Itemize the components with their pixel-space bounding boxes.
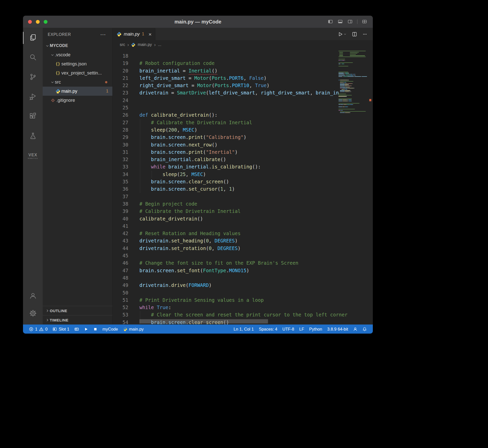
code-line[interactable]: 50 xyxy=(113,289,373,296)
activity-vex-button[interactable]: VEX ROBOTICS xyxy=(23,146,43,166)
line-number[interactable]: 18 xyxy=(113,52,139,60)
line-number[interactable]: 34 xyxy=(113,171,139,178)
code-line[interactable]: 49drivetrain.drive(FORWARD) xyxy=(113,282,373,289)
status-stop[interactable] xyxy=(91,325,100,334)
status-eol[interactable]: LF xyxy=(297,325,307,334)
tree-item-src[interactable]: src xyxy=(43,78,112,87)
toggle-primary-sidebar-icon[interactable] xyxy=(328,19,333,24)
line-number[interactable]: 54 xyxy=(113,319,139,325)
line-number[interactable]: 45 xyxy=(113,252,139,259)
code-area[interactable]: 1819# Robot configuration code20brain_in… xyxy=(113,49,373,325)
line-number[interactable]: 36 xyxy=(113,185,139,193)
tree-item-vex-project-settin[interactable]: {}vex_project_settin... xyxy=(43,68,112,78)
line-number[interactable]: 27 xyxy=(113,119,139,126)
status-notifications[interactable] xyxy=(360,325,369,334)
customize-layout-icon[interactable] xyxy=(362,19,367,24)
code-line[interactable]: 25 xyxy=(113,104,373,111)
line-number[interactable]: 50 xyxy=(113,289,139,296)
line-number[interactable]: 52 xyxy=(113,304,139,311)
line-number[interactable]: 21 xyxy=(113,74,139,82)
tab-close-button[interactable]: × xyxy=(149,32,152,37)
line-number[interactable]: 33 xyxy=(113,163,139,170)
more-actions-icon[interactable] xyxy=(362,32,367,37)
line-number[interactable]: 35 xyxy=(113,178,139,185)
line-number[interactable]: 41 xyxy=(113,222,139,230)
status-run[interactable] xyxy=(81,325,91,334)
code-line[interactable]: 30 brain.screen.next_row() xyxy=(113,141,373,148)
activity-extensions-button[interactable] xyxy=(23,107,43,127)
line-number[interactable]: 28 xyxy=(113,126,139,134)
line-number[interactable]: 24 xyxy=(113,97,139,104)
toggle-secondary-sidebar-icon[interactable] xyxy=(347,19,353,24)
tree-item-settings-json[interactable]: {}settings.json xyxy=(43,59,112,68)
code-line[interactable]: 45 xyxy=(113,252,373,259)
code-line[interactable]: 43drivetrain.set_heading(0, DEGREES) xyxy=(113,237,373,244)
breadcrumb-item[interactable]: main.py xyxy=(138,42,152,47)
status-feedback[interactable] xyxy=(351,325,360,334)
line-number[interactable]: 20 xyxy=(113,67,139,74)
line-number[interactable]: 25 xyxy=(113,104,139,111)
code-line[interactable]: 44drivetrain.set_rotation(0, DEGREES) xyxy=(113,245,373,252)
breadcrumb-item[interactable]: ... xyxy=(158,42,161,47)
code-line[interactable]: 28 sleep(200, MSEC) xyxy=(113,126,373,134)
code-line[interactable]: 31 brain.screen.print("Inertial") xyxy=(113,148,373,156)
code-line[interactable]: 40calibrate_drivetrain() xyxy=(113,215,373,222)
status-interpreter[interactable]: 3.8.9 64-bit xyxy=(325,325,351,334)
panel-outline[interactable]: OUTLINE xyxy=(43,306,112,315)
line-number[interactable]: 37 xyxy=(113,193,139,200)
code-line[interactable]: 27 # Calibrate the Drivetrain Inertial xyxy=(113,119,373,126)
minimap[interactable] xyxy=(338,51,368,116)
activity-testing-button[interactable] xyxy=(23,127,43,146)
code-line[interactable]: 32 brain_inertial.calibrate() xyxy=(113,156,373,163)
code-line[interactable]: 46# Change the font size to fit on the E… xyxy=(113,259,373,267)
activity-source-control-button[interactable] xyxy=(23,67,43,87)
line-number[interactable]: 42 xyxy=(113,230,139,237)
tab-main-py[interactable]: main.py 1 × xyxy=(113,28,155,40)
code-line[interactable]: 47brain.screen.set_font(FontType.MONO15) xyxy=(113,267,373,274)
status-indentation[interactable]: Spaces: 4 xyxy=(256,325,280,334)
code-line[interactable]: 24 xyxy=(113,97,373,104)
line-number[interactable]: 47 xyxy=(113,267,139,274)
code-line[interactable]: 19# Robot configuration code xyxy=(113,60,373,67)
minimize-window-button[interactable] xyxy=(36,20,40,24)
code-line[interactable]: 23drivetrain = SmartDrive(left_drive_sma… xyxy=(113,89,373,96)
tree-item-mycode[interactable]: MYCODE xyxy=(43,41,112,50)
line-number[interactable]: 53 xyxy=(113,311,139,318)
line-number[interactable]: 49 xyxy=(113,282,139,289)
activity-explorer-button[interactable] xyxy=(23,28,43,48)
status-brain[interactable] xyxy=(72,325,81,334)
line-number[interactable]: 26 xyxy=(113,111,139,119)
split-editor-icon[interactable] xyxy=(352,32,357,37)
code-line[interactable]: 41 xyxy=(113,222,373,230)
settings-button[interactable] xyxy=(23,305,43,322)
breadcrumb-item[interactable]: src xyxy=(120,42,125,47)
line-number[interactable]: 32 xyxy=(113,156,139,163)
status-language[interactable]: Python xyxy=(307,325,325,334)
line-number[interactable]: 29 xyxy=(113,134,139,141)
code-line[interactable]: 26def calibrate_drivetrain(): xyxy=(113,111,373,119)
status-problems[interactable]: 10 xyxy=(27,325,50,334)
code-line[interactable]: 34 sleep(25, MSEC) xyxy=(113,171,373,178)
code-line[interactable]: 21left_drive_smart = Motor(Ports.PORT6, … xyxy=(113,74,373,82)
activity-search-button[interactable] xyxy=(23,48,43,67)
line-number[interactable]: 23 xyxy=(113,89,139,96)
zoom-window-button[interactable] xyxy=(44,20,47,24)
panel-timeline[interactable]: TIMELINE xyxy=(43,315,112,325)
line-number[interactable]: 40 xyxy=(113,215,139,222)
code-line[interactable]: 29 brain.screen.print("Calibrating") xyxy=(113,134,373,141)
toggle-panel-icon[interactable] xyxy=(337,19,343,24)
code-line[interactable]: 42# Reset Rotation and Heading values xyxy=(113,230,373,237)
code-line[interactable]: 52while True: xyxy=(113,304,373,311)
line-number[interactable]: 30 xyxy=(113,141,139,148)
code-line[interactable]: 38# Begin project code xyxy=(113,200,373,208)
overview-ruler[interactable] xyxy=(368,49,373,325)
code-line[interactable]: 48 xyxy=(113,274,373,282)
code-line[interactable]: 53 # Clear the screen and reset the prin… xyxy=(113,311,373,318)
code-line[interactable]: 33 while brain_inertial.is_calibrating()… xyxy=(113,163,373,170)
tree-item-main-py[interactable]: main.py1 xyxy=(43,87,112,96)
line-number[interactable]: 48 xyxy=(113,274,139,282)
line-number[interactable]: 43 xyxy=(113,237,139,244)
line-number[interactable]: 44 xyxy=(113,245,139,252)
status-slot[interactable]: Slot 1 xyxy=(50,325,72,334)
activity-run-debug-button[interactable] xyxy=(23,87,43,107)
